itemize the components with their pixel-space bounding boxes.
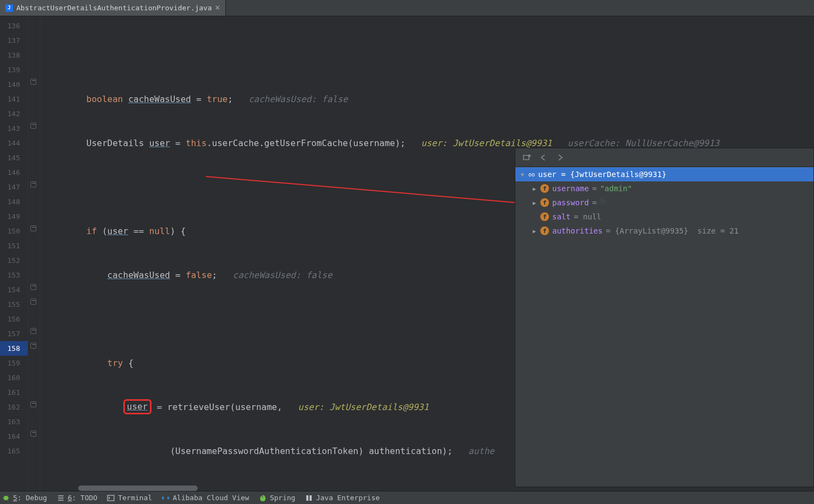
fold-marker[interactable] (30, 299, 36, 305)
expand-icon[interactable] (532, 200, 537, 206)
java-icon (5, 4, 13, 12)
tool-window-terminal[interactable]: Terminal (107, 494, 152, 502)
fold-marker[interactable] (30, 123, 36, 129)
tool-window-debug[interactable]: 5: Debug (2, 494, 47, 502)
cloud-icon (162, 494, 169, 502)
variable-row-authorities[interactable]: f authorities = {ArrayList@9935} size = … (515, 224, 813, 238)
expand-icon[interactable] (532, 228, 537, 234)
variables-panel: oo user = {JwtUserDetails@9931} f userna… (515, 148, 814, 487)
status-bar: 5: Debug 6: TODO Terminal Alibaba Cloud … (0, 491, 814, 504)
fold-marker[interactable] (30, 79, 36, 85)
tool-window-alibaba[interactable]: Alibaba Cloud View (162, 494, 249, 502)
fold-marker[interactable] (30, 328, 36, 334)
horizontal-scrollbar[interactable] (78, 486, 198, 491)
editor-tab[interactable]: AbstractUserDetailsAuthenticationProvide… (0, 0, 226, 16)
expand-icon[interactable] (532, 186, 537, 192)
fold-marker[interactable] (30, 284, 36, 290)
new-watch-icon[interactable] (523, 154, 532, 161)
tool-window-todo[interactable]: 6: TODO (57, 494, 98, 502)
fold-marker[interactable] (30, 225, 36, 231)
field-icon: f (540, 212, 549, 221)
tab-bar: AbstractUserDetailsAuthenticationProvide… (0, 0, 814, 16)
variable-row-user[interactable]: oo user = {JwtUserDetails@9931} (515, 167, 813, 181)
fold-column (28, 16, 40, 491)
debug-toolbar (515, 148, 813, 167)
list-icon (57, 494, 65, 502)
svg-rect-12 (310, 495, 312, 501)
tool-window-spring[interactable]: Spring (259, 494, 295, 502)
line-gutter: 136 137 138 139 140 141 142 143 144 145 … (0, 16, 28, 491)
spring-icon (259, 494, 267, 502)
variables-tree[interactable]: oo user = {JwtUserDetails@9931} f userna… (515, 167, 813, 487)
fold-marker[interactable] (30, 401, 36, 407)
forward-icon[interactable] (556, 154, 564, 161)
fold-marker[interactable] (30, 431, 36, 437)
back-icon[interactable] (539, 154, 548, 161)
field-icon: f (540, 226, 549, 235)
expand-icon[interactable] (520, 172, 525, 178)
variable-row-salt[interactable]: f salt = null (515, 210, 813, 224)
fold-marker[interactable] (30, 343, 36, 349)
javaee-icon (305, 494, 313, 502)
svg-rect-11 (306, 495, 308, 501)
svg-rect-10 (108, 495, 114, 501)
field-icon: f (540, 198, 549, 207)
terminal-icon (107, 494, 115, 502)
variable-row-password[interactable]: f password = " (515, 196, 813, 210)
tool-window-javaee[interactable]: Java Enterprise (305, 494, 380, 502)
bug-icon (2, 494, 10, 502)
fold-marker[interactable] (30, 181, 36, 187)
variable-row-username[interactable]: f username = "admin" (515, 181, 813, 196)
close-icon[interactable]: × (215, 4, 220, 12)
tab-label: AbstractUserDetailsAuthenticationProvide… (16, 4, 212, 12)
field-icon: f (540, 184, 549, 193)
